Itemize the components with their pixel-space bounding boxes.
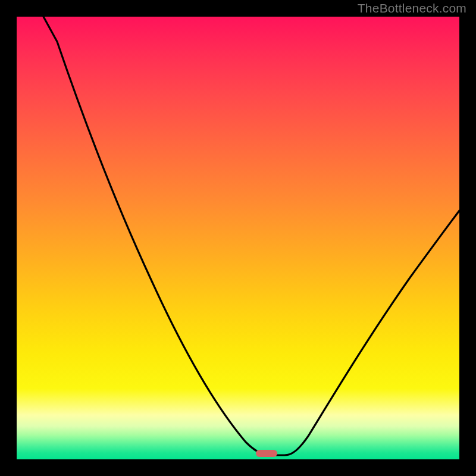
bottleneck-curve [17,17,459,459]
plot-area [17,17,459,459]
optimal-point-marker [256,450,277,457]
curve-path [43,17,459,455]
chart-frame: TheBottleneck.com [0,0,476,476]
watermark-text: TheBottleneck.com [358,1,466,15]
